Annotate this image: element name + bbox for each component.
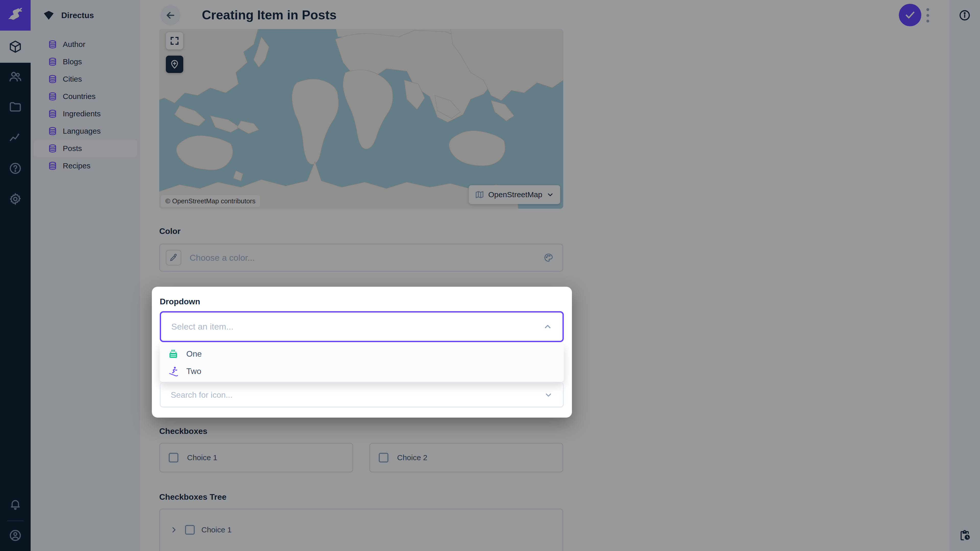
icon-search-placeholder: Search for icon... [171,390,544,400]
chevron-down-icon [544,391,553,399]
dropdown-option-two[interactable]: Two [160,362,564,380]
option-label: One [186,349,202,359]
option-label: Two [186,367,201,376]
chevron-up-icon [543,322,552,331]
downhill-skiing-icon [168,366,179,376]
icon-search-field[interactable]: Search for icon... [160,383,564,407]
dropdown-select[interactable]: Select an item... [160,311,564,342]
dropdown-option-one[interactable]: One [160,345,564,362]
dropdown-field-label: Dropdown [160,297,200,306]
steam-box-icon [168,348,179,359]
dropdown-placeholder: Select an item... [171,322,543,332]
dropdown-menu: One Two [160,343,564,382]
dim-overlay[interactable] [0,0,980,551]
dropdown-spotlight-card: Dropdown Select an item... One [152,287,572,418]
